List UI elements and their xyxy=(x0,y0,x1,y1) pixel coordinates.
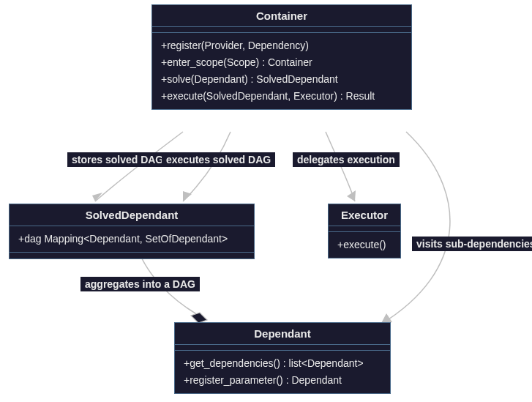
edge-label-aggregates-dag: aggregates into a DAG xyxy=(80,277,200,291)
class-attrs-empty xyxy=(175,345,390,351)
arrowhead xyxy=(92,193,102,201)
class-executor: Executor +execute() xyxy=(328,204,401,258)
method-row: +solve(Dependant) : SolvedDependant xyxy=(161,71,402,88)
aggregation-diamond xyxy=(191,313,207,323)
arrowhead xyxy=(347,190,356,201)
class-title: Dependant xyxy=(175,323,390,345)
class-solved-dependant: SolvedDependant +dag Mapping<Dependant, … xyxy=(9,204,255,259)
method-row: +get_dependencies() : list<Dependant> xyxy=(184,355,381,372)
class-attrs: +dag Mapping<Dependant, SetOfDependant> xyxy=(10,226,254,253)
method-row: +execute() xyxy=(337,237,391,253)
method-row: +execute(SolvedDependant, Executor) : Re… xyxy=(161,88,402,105)
class-methods: +execute() xyxy=(329,232,400,258)
class-attrs-empty xyxy=(329,226,400,232)
attr-row: +dag Mapping<Dependant, SetOfDependant> xyxy=(18,231,245,247)
class-methods: +register(Provider, Dependency) +enter_s… xyxy=(152,33,411,109)
class-methods: +get_dependencies() : list<Dependant> +r… xyxy=(175,351,390,393)
edge-label-stores-solved-dag: stores solved DAG xyxy=(67,152,168,167)
class-dependant: Dependant +get_dependencies() : list<Dep… xyxy=(174,322,391,394)
class-attrs-empty xyxy=(152,27,411,33)
method-row: +register(Provider, Dependency) xyxy=(161,37,402,54)
class-title: Executor xyxy=(329,204,400,226)
class-container: Container +register(Provider, Dependency… xyxy=(151,4,412,110)
method-row: +enter_scope(Scope) : Container xyxy=(161,54,402,71)
edge-label-visits-sub-deps: visits sub-dependencies xyxy=(412,237,532,251)
arrowhead xyxy=(183,191,192,201)
class-title: Container xyxy=(152,5,411,27)
edge-label-executes-solved-dag: executes solved DAG xyxy=(162,152,275,167)
class-methods-empty xyxy=(10,253,254,258)
edge-label-delegates-execution: delegates execution xyxy=(293,152,400,167)
method-row: +register_parameter() : Dependant xyxy=(184,372,381,389)
class-title: SolvedDependant xyxy=(10,204,254,226)
